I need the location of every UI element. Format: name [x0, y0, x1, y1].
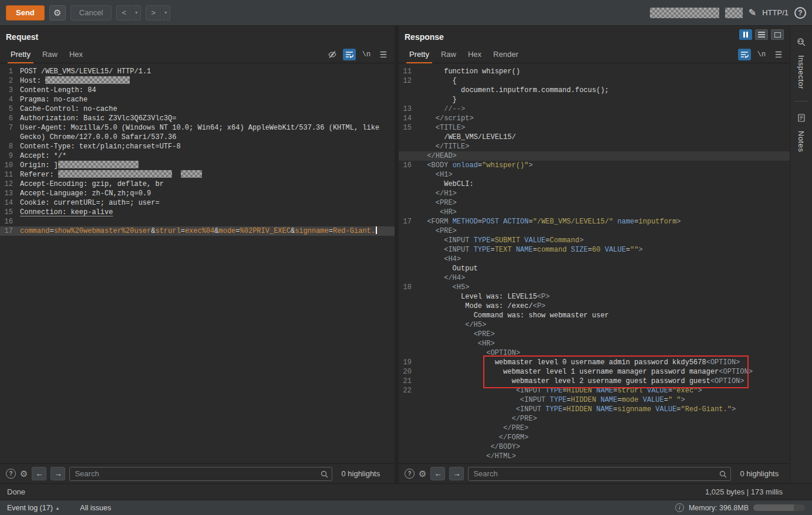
search-settings-icon[interactable]: ⚙ — [20, 469, 28, 479]
newline-characters-toggle-icon[interactable]: \n — [360, 49, 373, 60]
code-line[interactable]: Mode was: /exec/<P> — [399, 301, 790, 311]
event-log-toggle[interactable]: Event log (17) ▴ — [7, 504, 59, 512]
response-tab-raw[interactable]: Raw — [435, 46, 462, 63]
code-line[interactable]: 14 </script> — [399, 114, 790, 123]
all-issues-toggle[interactable]: All issues — [80, 504, 111, 512]
code-line[interactable]: 21 webmaster level 2 username guest pass… — [399, 377, 790, 386]
code-line[interactable]: } — [399, 95, 790, 104]
code-line[interactable]: <INPUT TYPE=TEXT NAME=command SIZE=60 VA… — [399, 245, 790, 255]
code-line[interactable]: 1POST /WEB_VMS/LEVEL15/ HTTP/1.1 — [0, 67, 395, 76]
code-line[interactable]: 7User-Agent: Mozilla/5.0 (Windows NT 10.… — [0, 123, 395, 133]
panel-divider[interactable] — [395, 26, 399, 483]
help-icon[interactable]: ? — [794, 7, 806, 19]
search-help-icon[interactable]: ? — [6, 469, 16, 479]
tab-notes[interactable]: Notes — [797, 109, 806, 157]
code-line[interactable]: 2Host: — [0, 76, 395, 86]
code-line[interactable]: 20 webmaster level 1 username manager pa… — [399, 367, 790, 377]
code-line[interactable]: 11 function whisper() — [399, 67, 790, 76]
code-line[interactable]: <PRE> — [399, 330, 790, 339]
send-settings-button[interactable]: ⚙ — [49, 5, 66, 21]
prev-request-button[interactable]: < — [116, 5, 132, 21]
code-line[interactable]: 8Content-Type: text/plain;charset=UTF-8 — [0, 142, 395, 151]
editor-menu-icon[interactable]: ☰ — [772, 49, 785, 60]
response-tab-hex[interactable]: Hex — [462, 46, 487, 63]
code-line[interactable]: <OPTION> — [399, 348, 790, 358]
code-line[interactable]: </BODY> — [399, 442, 790, 452]
code-line[interactable]: <HR> — [399, 339, 790, 348]
search-help-icon[interactable]: ? — [405, 469, 415, 479]
layout-rows-button[interactable] — [755, 29, 768, 40]
code-line[interactable]: 9Accept: */* — [0, 151, 395, 161]
search-prev-button[interactable]: ← — [430, 467, 445, 480]
search-next-button[interactable]: → — [449, 467, 464, 480]
code-line[interactable]: </HEAD> — [399, 151, 790, 161]
code-line[interactable]: 12Accept-Encoding: gzip, deflate, br — [0, 179, 395, 189]
code-line[interactable]: </H5> — [399, 320, 790, 330]
code-line[interactable]: WebCLI: — [399, 179, 790, 189]
code-line[interactable]: 5Cache-Control: no-cache — [0, 104, 395, 114]
code-line[interactable]: </H4> — [399, 273, 790, 283]
code-line[interactable]: 16 — [0, 217, 395, 226]
code-line[interactable]: </HTML> — [399, 452, 790, 461]
code-line[interactable]: <H4> — [399, 255, 790, 264]
newline-characters-toggle-icon[interactable]: \n — [755, 49, 768, 60]
tab-inspector[interactable]: Inspector — [797, 33, 806, 94]
cancel-button[interactable]: Cancel — [70, 5, 112, 21]
code-line[interactable]: <INPUT TYPE=SUBMIT VALUE=Command> — [399, 236, 790, 245]
layout-tabs-button[interactable] — [771, 29, 784, 40]
http-version-label[interactable]: HTTP/1 — [762, 8, 789, 17]
search-next-button[interactable]: → — [50, 467, 65, 480]
prev-request-dropdown[interactable]: ▾ — [132, 5, 141, 21]
code-line[interactable]: 6Authorization: Basic Z3Vlc3Q6Z3Vlc3Q= — [0, 114, 395, 123]
code-line[interactable]: 15 <TITLE> — [399, 123, 790, 133]
code-line[interactable]: Command was: show webmaster user — [399, 311, 790, 320]
next-request-dropdown[interactable]: ▾ — [161, 5, 170, 21]
code-line[interactable]: Output — [399, 264, 790, 273]
code-line[interactable]: </PRE> — [399, 414, 790, 423]
code-line[interactable]: 13 //--> — [399, 104, 790, 114]
code-line[interactable]: 19 webmaster level 0 username admin pass… — [399, 358, 790, 367]
code-line[interactable]: 12 { — [399, 76, 790, 86]
response-editor[interactable]: 11 function whisper()12 { document.input… — [399, 63, 790, 463]
code-line[interactable]: 17command=show%20webmaster%20user&strurl… — [0, 226, 395, 236]
search-prev-button[interactable]: ← — [32, 467, 46, 480]
editor-menu-icon[interactable]: ☰ — [377, 49, 390, 60]
word-wrap-toggle-icon[interactable] — [343, 49, 356, 60]
send-button[interactable]: Send — [6, 5, 45, 21]
response-tab-render[interactable]: Render — [487, 46, 524, 63]
response-tab-pretty[interactable]: Pretty — [403, 46, 435, 63]
search-settings-icon[interactable]: ⚙ — [419, 469, 426, 479]
code-line[interactable]: <HR> — [399, 208, 790, 217]
word-wrap-toggle-icon[interactable] — [738, 49, 751, 60]
code-line[interactable]: 4Pragma: no-cache — [0, 95, 395, 104]
code-line[interactable]: 3Content-Length: 84 — [0, 86, 395, 95]
code-line[interactable]: 17 <FORM METHOD=POST ACTION="/WEB_VMS/LE… — [399, 217, 790, 226]
code-line[interactable]: 18 <H5> — [399, 283, 790, 292]
code-line[interactable]: <H1> — [399, 170, 790, 179]
code-line[interactable]: Level was: LEVEL15<P> — [399, 292, 790, 301]
response-search-input[interactable] — [468, 467, 731, 481]
code-line[interactable]: </H1> — [399, 189, 790, 198]
layout-columns-button[interactable] — [739, 29, 752, 40]
code-line[interactable]: 14Cookie: currentURL=; auth=; user= — [0, 198, 395, 208]
edit-target-pencil-icon[interactable]: ✎ — [749, 7, 756, 18]
code-line[interactable]: /WEB_VMS/LEVEL15/ — [399, 133, 790, 142]
code-line[interactable]: 13Accept-Language: zh-CN,zh;q=0.9 — [0, 189, 395, 198]
eye-slash-icon[interactable] — [326, 49, 339, 60]
code-line[interactable]: </FORM> — [399, 433, 790, 442]
code-line[interactable]: <INPUT TYPE=HIDDEN NAME=mode VALUE=" "> — [399, 395, 790, 405]
code-line[interactable]: <INPUT TYPE=HIDDEN NAME=signname VALUE="… — [399, 405, 790, 414]
code-line[interactable]: <PRE> — [399, 226, 790, 236]
code-line[interactable]: 16 <BODY onload="whisper()"> — [399, 161, 790, 170]
code-line[interactable]: 15Connection: keep-alive — [0, 208, 395, 217]
code-line[interactable]: Gecko) Chrome/127.0.0.0 Safari/537.36 — [0, 133, 395, 142]
request-tab-raw[interactable]: Raw — [36, 46, 63, 63]
code-line[interactable]: 11Referer: — [0, 170, 395, 179]
request-tab-hex[interactable]: Hex — [63, 46, 89, 63]
code-line[interactable]: 10Origin: ] — [0, 161, 395, 170]
code-line[interactable]: 22 <INPUT TYPE=HIDDEN NAME=strurl VALUE=… — [399, 386, 790, 395]
code-line[interactable]: <PRE> — [399, 198, 790, 208]
code-line[interactable]: document.inputform.command.focus(); — [399, 86, 790, 95]
code-line[interactable]: </PRE> — [399, 423, 790, 433]
request-tab-pretty[interactable]: Pretty — [5, 46, 36, 63]
